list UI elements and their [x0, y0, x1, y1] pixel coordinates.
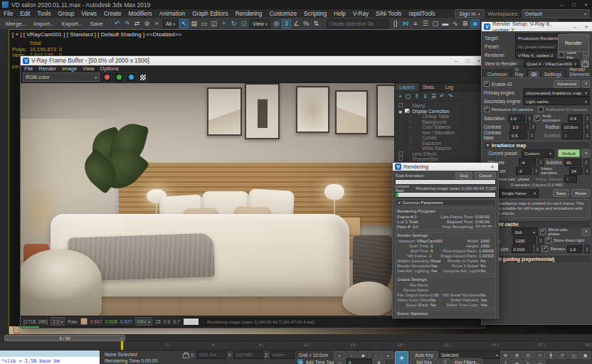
undo-icon[interactable]: ↶ [440, 93, 445, 100]
menu-item[interactable]: Tools [33, 11, 54, 17]
view-to-render-dropdown[interactable]: Quad 4 - VRayCam001▾ [524, 59, 579, 68]
x-coordinate-field[interactable]: 1331.416 [196, 351, 226, 359]
lock-view-icon[interactable] [581, 60, 589, 68]
layer-visibility-toggle[interactable] [408, 114, 413, 119]
select-and-link-icon[interactable]: ⇄ [132, 19, 142, 28]
schematic-view-icon[interactable]: ⊞ [460, 19, 470, 28]
time-slider-handle[interactable]: ‹ 0 / 30 › [4, 335, 125, 341]
advanced-button[interactable]: Advanced [554, 80, 580, 88]
layer-tree-item[interactable]: Lens Effects [395, 151, 485, 156]
sample-size-field[interactable]: 0.016 [512, 245, 533, 253]
redo-icon[interactable]: ↷ [448, 93, 453, 100]
zoom-extents-all-icon[interactable]: ⊠ [512, 360, 522, 364]
ao-checkbox[interactable] [534, 115, 540, 121]
render-setup-titlebar[interactable]: V Render Setup: V-Ray 6, update 2 – × [482, 22, 592, 31]
walk-through-icon[interactable]: ⇡ [500, 360, 511, 364]
spinner-snap-icon[interactable]: ⇅ [312, 19, 321, 28]
minimize-button[interactable]: – [556, 1, 568, 8]
save-file-checkbox[interactable] [559, 52, 564, 58]
snaps-toggle-icon[interactable]: 3 [282, 19, 291, 28]
maxscript-mini-listener[interactable]: *slib = 1.50 base bm [0, 350, 100, 364]
vfb-menu-item[interactable]: Image [62, 65, 77, 72]
select-and-move-icon[interactable]: + [219, 19, 228, 28]
layer-tree-item[interactable]: Curves [395, 135, 485, 141]
select-object-icon[interactable]: ↖ [179, 19, 189, 28]
reset-irmap-button[interactable]: Reset [571, 189, 590, 197]
mode-dropdown[interactable]: Single frame▾ [499, 189, 539, 198]
cancel-button[interactable]: Cancel [475, 172, 496, 179]
listener-macro-row[interactable] [0, 350, 100, 357]
menu-item[interactable]: Scripting [300, 11, 330, 17]
retrace-field[interactable]: 1.0 [567, 245, 582, 253]
layer-tree-item[interactable]: Background [395, 119, 485, 124]
redo-icon[interactable]: ↷ [122, 19, 132, 28]
channel-dropdown[interactable]: RGB color▾ [23, 73, 100, 82]
bind-to-space-warp-icon[interactable]: ≈ [152, 19, 162, 28]
track-bar[interactable]: 36912151821242730 [0, 341, 592, 350]
merge-button[interactable]: Merge... [2, 20, 30, 28]
menu-item[interactable]: V-Ray [349, 11, 372, 17]
radius-field[interactable]: 10.0cm [561, 123, 582, 131]
ao-field[interactable]: 0.4 [568, 114, 583, 122]
render-setup-tab[interactable]: Settings [541, 70, 566, 77]
layer-visibility-toggle[interactable] [408, 136, 413, 140]
layer-visibility-toggle[interactable] [408, 125, 413, 129]
max-rate-field[interactable]: -3 [516, 167, 532, 175]
red-channel-toggle[interactable] [102, 73, 112, 82]
save-irmap-button[interactable]: Save [553, 189, 570, 197]
vfb-panel-tab[interactable]: Stats [418, 83, 438, 91]
green-channel-toggle[interactable] [114, 73, 124, 82]
spinner[interactable] [538, 237, 544, 245]
y-coordinate-field[interactable]: 1117.663 [233, 351, 263, 359]
irradiance-map-header[interactable]: ▼Irradiance map [484, 141, 590, 149]
vfb-titlebar[interactable]: V V-Ray Frame Buffer - [50.0% of 2000 x … [21, 56, 485, 65]
light-cache-header[interactable]: ▼Light cache [484, 220, 590, 228]
layer-tree-item[interactable]: Lookup Table [395, 114, 485, 119]
selection-lock-icon[interactable] [183, 353, 189, 358]
contrast-base-field[interactable]: 0.5 [509, 132, 527, 139]
layer-visibility-toggle[interactable] [398, 156, 403, 161]
rendering-dialog-titlebar[interactable]: V Rendering × [393, 163, 498, 171]
save-preset-icon[interactable]: ⇑ [414, 93, 419, 100]
layer-list-icon[interactable]: ☰ [431, 93, 436, 100]
menu-item[interactable]: Edit [16, 11, 33, 17]
curve-editor-icon[interactable]: ∿ [450, 19, 460, 28]
path-guiding-header[interactable]: ▶Path guiding (experimental) [484, 255, 590, 262]
layer-visibility-toggle[interactable] [408, 146, 413, 151]
hsv-dropdown[interactable]: HSV▾ [135, 317, 152, 326]
maximize-viewport-toggle-icon[interactable]: ◰ [534, 360, 545, 364]
menu-item[interactable]: Rendering [232, 11, 266, 17]
vfb-menu-item[interactable]: Options [100, 65, 119, 72]
menu-item[interactable]: Animation [156, 11, 189, 17]
import-button[interactable]: Import... [30, 20, 58, 28]
angle-snap-icon[interactable]: ∠ [292, 19, 301, 28]
viewport-label[interactable]: [ + ] [ VRayCam001 ] [ Standard ] [ Defa… [12, 31, 181, 38]
lc-show-calc-checkbox[interactable] [540, 229, 546, 235]
current-frame-field[interactable] [347, 358, 372, 364]
use-pivot-point-icon[interactable]: ◎ [272, 19, 281, 28]
export-button[interactable]: Export... [58, 20, 87, 28]
layer-visibility-toggle[interactable] [408, 141, 413, 145]
layer-tree-item[interactable]: Sharpen/Blur [395, 156, 485, 162]
layer-visibility-toggle[interactable] [398, 103, 403, 108]
menu-item[interactable]: Modifiers [125, 11, 155, 17]
spinner[interactable] [585, 114, 590, 122]
layer-tree-item[interactable]: White Balance [395, 146, 485, 151]
interp-samples-field[interactable]: 24 [569, 167, 583, 175]
menu-item[interactable]: File [0, 11, 16, 17]
layer-tree-item[interactable]: Hue / Saturation [395, 129, 485, 135]
render-button[interactable]: Render [558, 34, 589, 52]
vfb-panel-tab[interactable]: Layers [395, 83, 418, 91]
spinner[interactable] [527, 114, 532, 122]
mirror-icon[interactable]: ⋈ [401, 19, 410, 28]
spinner[interactable] [529, 132, 534, 139]
select-and-scale-icon[interactable]: ◲ [239, 19, 248, 28]
previous-key-arrow[interactable]: ‹ [7, 336, 9, 341]
current-preset-dropdown[interactable]: Custom▾ [522, 149, 554, 158]
subdivs-field[interactable]: 8 [562, 132, 583, 139]
spinner[interactable] [584, 245, 590, 253]
im-subdivs-field[interactable]: 40 [564, 159, 581, 166]
menu-item[interactable]: Views [78, 11, 100, 17]
select-by-name-icon[interactable]: ▤ [189, 19, 199, 28]
spinner[interactable] [538, 159, 544, 166]
